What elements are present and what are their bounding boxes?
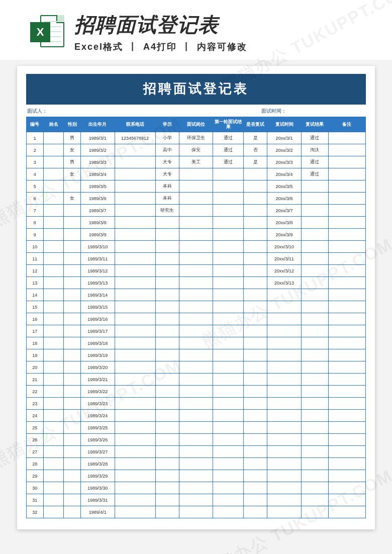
cell-edu xyxy=(155,386,179,398)
cell-idx: 5 xyxy=(27,180,44,193)
cell-re xyxy=(244,422,267,434)
cell-note xyxy=(328,482,365,494)
table-row: 141989/3/14 xyxy=(27,289,366,301)
cell-pos xyxy=(179,482,213,494)
cell-sex xyxy=(64,253,81,265)
cell-rr xyxy=(301,410,328,422)
cell-name xyxy=(43,253,64,265)
cell-dob: 1989/3/31 xyxy=(81,494,115,506)
cell-sex xyxy=(64,506,81,518)
table-header-cell: 学历 xyxy=(155,117,179,132)
cell-rt: 20xx/3/2 xyxy=(267,144,302,156)
cell-edu xyxy=(155,349,179,361)
cell-rr xyxy=(301,313,328,325)
cell-dob: 1989/3/25 xyxy=(81,422,115,434)
cell-note xyxy=(328,156,365,168)
cell-idx: 13 xyxy=(27,277,44,289)
cell-note xyxy=(328,361,365,374)
cell-re xyxy=(244,470,267,482)
cell-r1 xyxy=(213,374,244,386)
table-row: 201989/3/20 xyxy=(27,361,366,374)
cell-idx: 7 xyxy=(27,205,44,217)
cell-dob: 1989/3/29 xyxy=(81,470,115,482)
cell-edu xyxy=(155,398,179,410)
cell-rt: 20xx/3/13 xyxy=(267,277,302,289)
cell-r1 xyxy=(213,313,244,325)
hero-text: 招聘面试登记表 Excel格式丨A4打印丨内容可修改 xyxy=(74,11,372,53)
cell-idx: 31 xyxy=(27,494,44,506)
cell-name xyxy=(43,289,64,301)
cell-rt xyxy=(267,337,302,349)
cell-r1 xyxy=(213,168,244,180)
cell-sex xyxy=(64,422,81,434)
cell-tel xyxy=(115,361,155,374)
cell-rr xyxy=(301,241,328,253)
cell-re: 是 xyxy=(244,132,267,144)
cell-idx: 1 xyxy=(27,132,44,144)
cell-edu xyxy=(155,277,179,289)
cell-tel xyxy=(115,494,155,506)
cell-sex xyxy=(64,277,81,289)
cell-idx: 2 xyxy=(27,144,44,156)
cell-dob: 1989/3/14 xyxy=(81,289,115,301)
cell-pos: 环保卫生 xyxy=(179,132,213,144)
cell-re xyxy=(244,374,267,386)
table-row: 171989/3/17 xyxy=(27,325,366,337)
table-header: 编号姓名性别出生年月联系电话学历面试岗位第一轮面试结果是否复试复试时间复试结果备… xyxy=(27,117,366,132)
interview-table: 编号姓名性别出生年月联系电话学历面试岗位第一轮面试结果是否复试复试时间复试结果备… xyxy=(26,117,366,518)
cell-tel xyxy=(115,168,155,180)
cell-tel xyxy=(115,410,155,422)
cell-rt xyxy=(267,434,302,446)
cell-tel xyxy=(115,398,155,410)
cell-tel xyxy=(115,374,155,386)
cell-rt xyxy=(267,325,302,337)
table-row: 131989/3/1320xx/3/13 xyxy=(27,277,366,289)
cell-dob: 1989/3/13 xyxy=(81,277,115,289)
cell-note xyxy=(328,325,365,337)
cell-rr xyxy=(301,193,328,205)
cell-name xyxy=(43,494,64,506)
cell-r1 xyxy=(213,410,244,422)
cell-sex xyxy=(64,349,81,361)
cell-edu xyxy=(155,325,179,337)
cell-name xyxy=(43,301,64,313)
cell-edu xyxy=(155,313,179,325)
cell-tel xyxy=(115,156,155,168)
cell-note xyxy=(328,277,365,289)
cell-re xyxy=(244,482,267,494)
excel-badge-letter: X xyxy=(30,22,50,42)
cell-idx: 20 xyxy=(27,361,44,374)
cell-rt xyxy=(267,446,302,458)
cell-pos xyxy=(179,374,213,386)
cell-idx: 9 xyxy=(27,229,44,241)
cell-dob: 1989/3/16 xyxy=(81,313,115,325)
cell-rr xyxy=(301,374,328,386)
cell-edu xyxy=(155,434,179,446)
cell-sex xyxy=(64,494,81,506)
cell-idx: 15 xyxy=(27,301,44,313)
cell-re xyxy=(244,434,267,446)
cell-rr: 淘汰 xyxy=(301,144,328,156)
cell-sex xyxy=(64,361,81,374)
cell-name xyxy=(43,205,64,217)
cell-note xyxy=(328,168,365,180)
cell-dob: 1989/3/30 xyxy=(81,482,115,494)
table-row: 1男1989/3/112345678912小学环保卫生通过是20xx/3/1通过 xyxy=(27,132,366,144)
cell-idx: 10 xyxy=(27,241,44,253)
cell-r1 xyxy=(213,482,244,494)
cell-dob: 1989/3/27 xyxy=(81,446,115,458)
cell-note xyxy=(328,253,365,265)
cell-edu xyxy=(155,361,179,374)
cell-r1 xyxy=(213,193,244,205)
cell-r1 xyxy=(213,361,244,374)
hero-sub-1: Excel格式 xyxy=(74,42,123,52)
cell-rr xyxy=(301,180,328,193)
cell-rr xyxy=(301,361,328,374)
cell-pos xyxy=(179,217,213,229)
cell-note xyxy=(328,337,365,349)
cell-name xyxy=(43,482,64,494)
cell-note xyxy=(328,217,365,229)
cell-re xyxy=(244,361,267,374)
table-row: 111989/3/1120xx/3/11 xyxy=(27,253,366,265)
cell-sex xyxy=(64,482,81,494)
